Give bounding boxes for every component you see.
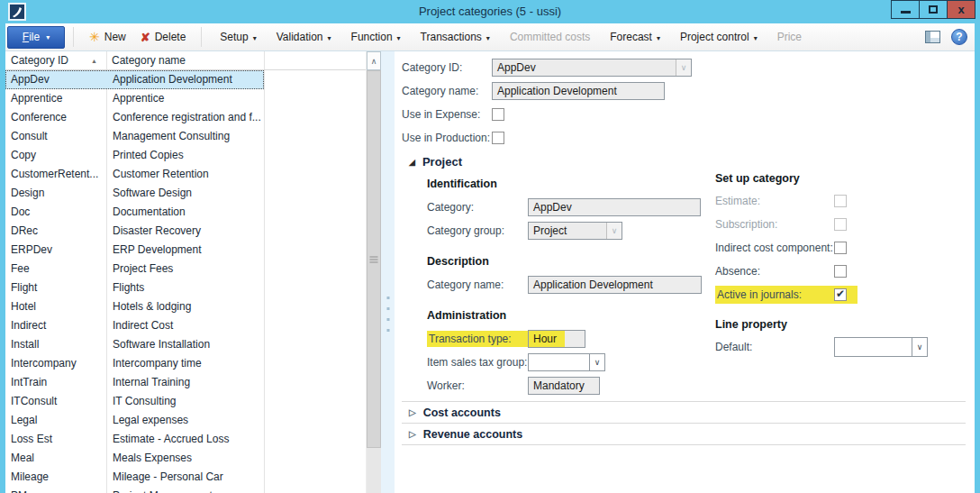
chevron-down-icon: ▾	[486, 32, 490, 42]
table-row[interactable]: IntTrainInternal Training	[5, 373, 264, 392]
content-area: Category ID ▲ Category name AppDevApplic…	[5, 51, 975, 493]
menu-project-control[interactable]: Project control▾	[680, 31, 758, 43]
table-row[interactable]: ITConsultIT Consulting	[5, 392, 264, 411]
table-row[interactable]: FlightFlights	[5, 278, 264, 297]
minimize-button[interactable]	[891, 0, 920, 19]
estimate-label: Estimate:	[715, 195, 834, 207]
table-row[interactable]: ERPDevERP Development	[5, 241, 264, 260]
table-row[interactable]: Loss EstEstimate - Accrued Loss	[5, 430, 264, 449]
description-category-name-field[interactable]: Application Development	[528, 276, 702, 294]
table-row[interactable]: PMProject Management	[5, 487, 264, 493]
table-row[interactable]: MealMeals Expenses	[5, 449, 264, 468]
chevron-down-icon[interactable]: ∨	[676, 59, 691, 76]
table-row[interactable]: ConsultManagement Consulting	[5, 127, 264, 146]
table-row[interactable]: IntercompanyIntercompany time	[5, 354, 264, 373]
field-row-use-in-expense: Use in Expense:	[402, 105, 966, 124]
layout-pane-icon[interactable]	[925, 31, 940, 43]
table-row[interactable]: LegalLegal expenses	[5, 411, 264, 430]
category-name-field[interactable]: Application Development	[492, 82, 665, 100]
table-row[interactable]: FeeProject Fees	[5, 260, 264, 278]
cost-accounts-group-header[interactable]: ▷ Cost accounts	[402, 401, 966, 423]
indirect-cost-component-checkbox[interactable]	[834, 242, 847, 254]
chevron-down-icon: ▾	[657, 32, 660, 42]
scrollbar-thumb[interactable]	[367, 70, 381, 448]
table-row[interactable]: InstallSoftware Installation	[5, 335, 264, 354]
category-field[interactable]: AppDev	[528, 198, 701, 216]
sort-ascending-icon: ▲	[91, 58, 97, 64]
table-row[interactable]: CustomerRetent...Customer Retention	[5, 165, 264, 184]
category-id-label: Category ID:	[402, 61, 492, 74]
collapsed-triangle-icon: ▷	[409, 429, 416, 439]
column-header-category-name[interactable]: Category name	[106, 51, 264, 69]
window-title: Project categories (5 - ussi)	[0, 0, 980, 23]
chevron-down-icon[interactable]: ∨	[606, 223, 622, 239]
table-row[interactable]: CopyPrinted Copies	[5, 146, 264, 165]
transaction-type-label: Transaction type:	[427, 331, 528, 347]
field-row-estimate: Estimate:	[715, 192, 975, 210]
app-window: Project categories (5 - ussi) x File ▾ ✳…	[0, 0, 980, 493]
default-combo[interactable]: ∨	[834, 337, 928, 357]
table-row[interactable]: MileageMileage - Personal Car	[5, 468, 264, 487]
menu-function[interactable]: Function▾	[351, 31, 401, 43]
table-row[interactable]: DesignSoftware Design	[5, 184, 264, 203]
column-header-category-id[interactable]: Category ID ▲	[5, 51, 106, 69]
chevron-down-icon[interactable]: ∨	[589, 354, 604, 370]
menu-validation[interactable]: Validation▾	[277, 31, 331, 43]
close-icon: x	[957, 4, 964, 15]
maximize-button[interactable]	[919, 0, 948, 19]
field-row-subscription: Subscription:	[715, 215, 975, 233]
category-group-combo[interactable]: Project ∨	[528, 222, 622, 240]
file-menu-button[interactable]: File ▾	[7, 26, 65, 49]
menu-forecast[interactable]: Forecast▾	[610, 31, 660, 43]
absence-checkbox[interactable]	[834, 265, 847, 278]
field-row-absence: Absence:	[715, 262, 975, 280]
default-label: Default:	[715, 341, 834, 353]
indirect-cost-component-label: Indirect cost component:	[715, 242, 834, 254]
category-id-combo[interactable]: AppDev ∨	[492, 59, 692, 77]
delete-button[interactable]: ✘ Delete	[141, 31, 186, 44]
menu-price: Price	[777, 31, 802, 43]
table-row[interactable]: HotelHotels & lodging	[5, 297, 264, 316]
use-in-expense-label: Use in Expense:	[402, 108, 492, 121]
scrollbar-up-button[interactable]: ∧	[367, 51, 381, 70]
grid-vertical-scrollbar: ∧	[366, 51, 381, 493]
categories-grid: Category ID ▲ Category name AppDevApplic…	[5, 51, 366, 493]
scrollbar-grip-icon	[370, 256, 378, 262]
field-row-worker: Worker: Mandatory	[427, 376, 715, 396]
table-row[interactable]: AppDevApplication Development	[5, 70, 264, 89]
worker-field[interactable]: Mandatory	[528, 377, 600, 395]
category-label: Category:	[427, 201, 528, 214]
help-icon[interactable]: ?	[951, 29, 967, 45]
chevron-down-icon[interactable]: ∨	[912, 338, 927, 356]
set-up-category-section-title: Set up category	[715, 172, 975, 185]
use-in-production-checkbox[interactable]	[492, 132, 504, 144]
field-row-item-sales-tax-group: Item sales tax group: ∨	[427, 352, 715, 372]
field-row-indirect-cost-component: Indirect cost component:	[715, 239, 975, 257]
grid-header: Category ID ▲ Category name	[5, 51, 366, 70]
table-row[interactable]: IndirectIndirect Cost	[5, 316, 264, 335]
item-sales-tax-group-label: Item sales tax group:	[427, 356, 528, 369]
revenue-accounts-group-header[interactable]: ▷ Revenue accounts	[402, 423, 966, 444]
subscription-checkbox	[834, 218, 847, 231]
menu-transactions[interactable]: Transactions▾	[421, 31, 490, 43]
project-group-header[interactable]: ◢ Project	[402, 155, 966, 169]
menu-setup[interactable]: Setup▾	[220, 31, 256, 43]
delete-x-icon: ✘	[141, 31, 150, 44]
table-row[interactable]: DRecDisaster Recovery	[5, 222, 264, 241]
item-sales-tax-group-combo[interactable]: ∨	[528, 353, 605, 371]
active-in-journals-checkbox[interactable]	[834, 288, 847, 301]
new-button[interactable]: ✳ New	[89, 30, 126, 44]
description-category-name-label: Category name:	[427, 278, 528, 291]
transaction-type-field[interactable]: Hour	[528, 330, 585, 348]
expanded-triangle-icon: ◢	[409, 158, 415, 167]
close-button[interactable]: x	[947, 0, 975, 19]
field-row-active-in-journals: Active in journals:	[715, 286, 858, 304]
table-row[interactable]: DocDocumentation	[5, 203, 264, 222]
table-row[interactable]: ConferenceConference registration and f.…	[5, 108, 264, 127]
category-name-label: Category name:	[402, 85, 492, 97]
panel-splitter[interactable]	[381, 51, 395, 493]
field-row-description-category-name: Category name: Application Development	[427, 275, 715, 295]
field-row-category-name: Category name: Application Development	[402, 81, 966, 101]
use-in-expense-checkbox[interactable]	[492, 108, 504, 121]
table-row[interactable]: ApprenticeApprentice	[5, 89, 264, 108]
